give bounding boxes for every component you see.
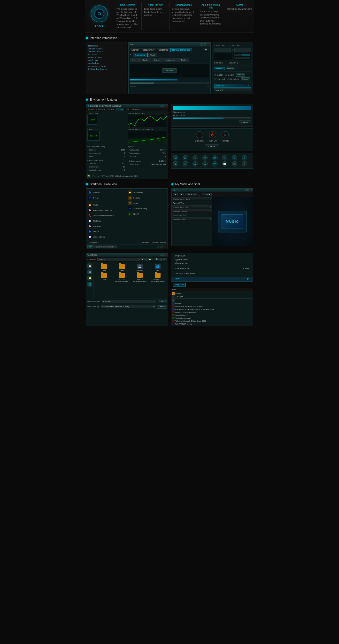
ctx-zkopirovat[interactable]: Zkopírovat <box>171 254 253 258</box>
icon-1[interactable]: ▶ <box>183 155 188 160</box>
gfp-zip[interactable]: Tabulka Microsoft Office Excel 2007 <box>172 320 252 322</box>
sm-firefox[interactable]: 🦊 Firefox <box>87 202 126 208</box>
shell-fwd-btn[interactable]: ▶ <box>179 193 184 196</box>
progress-cancel-btn[interactable]: Cancel <box>239 120 251 124</box>
icon-13[interactable]: ⬜ <box>222 161 227 166</box>
sm-malaovani[interactable]: 🎨 Malování <box>87 224 126 229</box>
icon-6[interactable]: ♪ <box>232 155 237 160</box>
gfp-slozka[interactable]: Složka <box>172 292 252 295</box>
gfp-word[interactable]: kontakt <box>172 302 252 305</box>
tab-tags[interactable]: Tags <box>148 53 157 57</box>
sidebar-item-navigation-buttons[interactable]: navigation buttons <box>88 65 125 68</box>
split-drop-btn[interactable]: Split Drop <box>157 48 170 52</box>
fd-sidebar-icon-2[interactable]: 💻 <box>87 270 92 274</box>
unselect-radio[interactable] <box>227 78 230 80</box>
gfp-ppt[interactable]: Dokument Microsoft Office Word <box>172 305 252 308</box>
sm-all-programs[interactable]: All Programs <box>87 242 98 244</box>
normal2-btn[interactable]: Normal <box>241 77 250 81</box>
sidebar-item-tool-window-frames[interactable]: tool window frames <box>88 68 125 70</box>
icon-10[interactable]: ◆ <box>193 161 198 166</box>
tm-tab-aplikace[interactable]: Aplikace <box>86 108 97 111</box>
fd-item-user[interactable]: User <box>95 264 112 272</box>
sm-email[interactable]: ✉ E-mail <box>87 195 126 200</box>
fd-item-user2[interactable]: User <box>95 273 112 282</box>
ctx-vyjmout[interactable]: Vyjmout podle <box>171 258 253 262</box>
fd-item-exos[interactable]: EXOSSložka souborů <box>113 273 130 282</box>
pane-task-down-arrow[interactable]: ▾ <box>210 210 211 212</box>
fd-sidebar-icon-3[interactable]: 📁 <box>87 276 92 280</box>
pane-special-down-arrow[interactable]: ▾ <box>210 198 211 200</box>
sm-internet[interactable]: 🌐 Internet <box>87 190 126 195</box>
fd-nav-btn-2[interactable]: 📁 <box>146 258 153 261</box>
sm-shutdown[interactable]: Vypnout počítač <box>152 242 166 244</box>
fd-item-various[interactable]: VariousSložka souborů <box>131 273 148 282</box>
ctx-novy[interactable]: Nový ▶ <box>171 277 253 281</box>
edit-input[interactable] <box>234 48 251 52</box>
power-cancel-btn[interactable]: Cancel <box>205 144 219 148</box>
icon-3[interactable]: ✕ <box>202 155 208 160</box>
icon-9[interactable]: ◎ <box>183 161 188 166</box>
fd-filename-input[interactable] <box>102 300 156 303</box>
gfp-kontakt[interactable] <box>172 299 252 302</box>
icon-15[interactable]: ❓ <box>242 161 247 166</box>
normal-combo-btn[interactable]: Normal combo box <box>170 48 192 52</box>
tm-tab-uzivatele[interactable]: Uživatelé <box>131 108 142 111</box>
sm-winabl[interactable]: 🔵 WinAbl <box>87 229 126 234</box>
sm-dokumenty[interactable]: 📁 Dokumenty <box>127 190 166 195</box>
fd-filetype-select[interactable]: WindowBlinds Archives (*.wba) ▾ <box>101 305 155 308</box>
selected-btn[interactable]: Selected <box>214 67 225 70</box>
fd-sidebar-icon-4[interactable]: 🌐 <box>87 282 92 286</box>
normal-btn[interactable]: Normal <box>130 48 140 52</box>
ctx-nvidia[interactable]: Ovládací panel NVidia <box>171 272 253 276</box>
sidebar-item-startmenu[interactable]: startmenu <box>88 44 125 47</box>
ctx-zpet[interactable]: Zpět: Přesunout Ctrl+Z <box>171 266 253 270</box>
fd-item-site[interactable]: 🌐 Sítě <box>149 264 166 272</box>
pane-task-up-arrow[interactable]: ▴ <box>210 218 211 220</box>
icon-7[interactable]: ≡ <box>242 155 247 160</box>
sm-skrilbase[interactable]: 📋 Skrilbase <box>87 218 126 224</box>
fd-item-workshop[interactable]: WorkshopSložka souborů <box>149 273 166 282</box>
button-label[interactable]: Button <box>162 68 177 73</box>
icon-12[interactable]: ▼ <box>212 161 218 166</box>
fd-cancel-btn[interactable]: Storno <box>157 305 167 308</box>
sm-cocintrudio[interactable]: 🔧 Cocintrudio Professional <box>87 213 126 218</box>
sidebar-item-window-frames[interactable]: window frames <box>88 47 125 50</box>
default-btn[interactable]: Default <box>236 73 245 76</box>
fd-item-luser[interactable]: luser <box>113 264 130 272</box>
gfp-txt[interactable]: WinRAR archiv <box>172 314 252 316</box>
normal-ctrl-btn[interactable]: Normal <box>226 67 235 70</box>
fd-save-btn[interactable]: Uložit <box>158 300 167 303</box>
dropdown-arrow[interactable]: ▾ <box>248 84 249 87</box>
content-tab-mnviewer[interactable]: MnViewer <box>163 58 178 62</box>
start-button[interactable]: LO <box>87 245 93 248</box>
sm-photoshop[interactable]: 🎨 Adobe Photoshop CS2 <box>87 208 126 213</box>
pane-special-up-arrow[interactable]: ▴ <box>210 206 211 208</box>
shell-back-btn[interactable]: ◀ <box>173 193 178 196</box>
taskbar-item-1[interactable]: Stardock Skin Builder Pr... <box>94 246 117 248</box>
fd-item-computer[interactable]: 💻 Počítač <box>131 264 148 272</box>
sm-ovladaci[interactable]: ⚙ Ovládací Panely <box>127 206 166 211</box>
fd-nav-btn-3[interactable]: 🔍 <box>154 258 161 261</box>
sm-windowblinds[interactable]: 🪟 WindowBlinds <box>87 234 126 240</box>
tab-data-taken[interactable]: Data taken <box>133 53 148 57</box>
fd-location[interactable]: Plocha <box>97 258 139 261</box>
sidebar-item-action-buttons[interactable]: action buttons <box>88 56 125 59</box>
ctx-presunout[interactable]: Přesunout do <box>171 262 253 266</box>
fd-nav-btn-1[interactable]: ⬆ <box>139 258 146 261</box>
scrollbar-thumb[interactable] <box>130 82 154 84</box>
fd-filetype-arrow[interactable]: ▾ <box>154 306 154 308</box>
sidebar-item-scroll-bars[interactable]: scroll bars <box>88 59 125 62</box>
sm-spustit[interactable]: ▶ Spustit <box>127 211 166 216</box>
tm-tab-sluzby[interactable]: Služby <box>107 108 116 111</box>
icon-5[interactable]: ☆ <box>222 155 227 160</box>
search-btn[interactable]: 🔍 <box>203 48 209 52</box>
dropdown-btn[interactable]: Dropdown ▾ <box>141 48 156 52</box>
sm-logoff[interactable]: Odhlásit se <box>141 242 150 244</box>
icon-4[interactable]: ⚙ <box>212 155 218 160</box>
tm-tab-procesy[interactable]: Procesy <box>97 108 107 111</box>
uncheck-checkbox[interactable] <box>214 78 216 80</box>
gfp-nastrojka[interactable]: WinRAR ZIP archiv <box>172 322 252 325</box>
sm-obrazky[interactable]: 🖼 Obrázky <box>127 195 166 200</box>
sidebar-item-combo-box[interactable]: combo box <box>88 62 125 65</box>
icon-14[interactable]: ⬛ <box>232 161 237 166</box>
